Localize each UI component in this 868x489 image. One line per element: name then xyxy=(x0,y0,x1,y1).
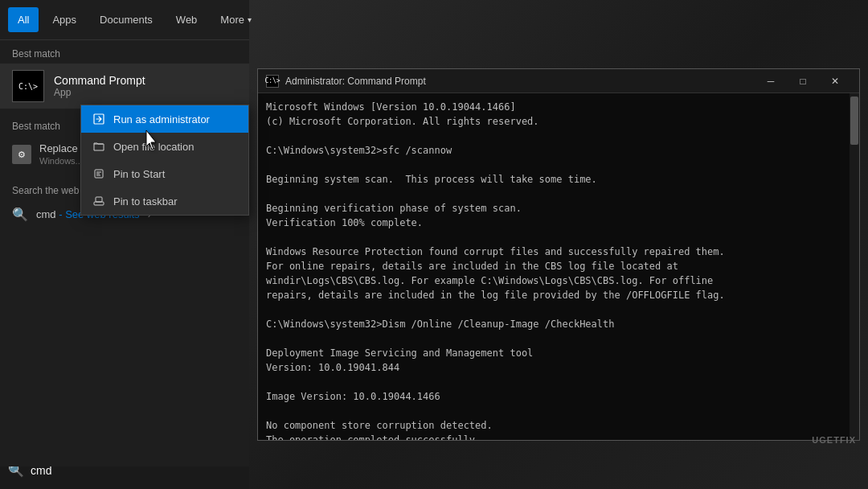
cmd-title-icon: C:\> xyxy=(266,75,279,88)
cmd-app-type: App xyxy=(54,87,145,98)
cmd-content: Microsoft Windows [Version 10.0.19044.14… xyxy=(258,93,859,440)
settings-icon: ⚙ xyxy=(12,145,31,164)
cmd-scrollbar[interactable] xyxy=(850,93,859,440)
open-location-label: Open file location xyxy=(113,141,194,153)
context-menu-pin-start[interactable]: Pin to Start xyxy=(81,160,248,187)
cmd-title-text: Administrator: Command Prompt xyxy=(285,76,748,87)
scrollbar-thumb[interactable] xyxy=(850,97,858,145)
watermark: UGETFIX xyxy=(812,435,856,445)
cmd-titlebar: C:\> Administrator: Command Prompt ─ □ ✕ xyxy=(258,69,859,93)
context-menu-open-location[interactable]: Open file location xyxy=(81,133,248,160)
tabs-row: All Apps Documents Web More ▾ xyxy=(0,0,249,40)
tab-all[interactable]: All xyxy=(8,7,39,32)
context-menu-run-admin[interactable]: Run as administrator xyxy=(81,105,248,133)
tab-documents[interactable]: Documents xyxy=(90,7,162,32)
context-menu: Run as administrator Open file location xyxy=(80,105,249,216)
pin-start-label: Pin to Start xyxy=(113,168,165,180)
tab-more[interactable]: More ▾ xyxy=(211,7,261,32)
pin-start-icon xyxy=(92,167,105,180)
cmd-app-icon: C:\> xyxy=(12,70,44,102)
cmd-app-name: Command Prompt xyxy=(54,74,145,87)
run-admin-icon xyxy=(92,113,105,125)
tab-web[interactable]: Web xyxy=(166,7,207,32)
search-icon: 🔍 xyxy=(12,207,28,222)
run-admin-label: Run as administrator xyxy=(113,113,210,125)
best-match-label: Best match xyxy=(0,40,249,64)
minimize-button[interactable]: ─ xyxy=(755,69,787,93)
cmd-output: Microsoft Windows [Version 10.0.19044.14… xyxy=(266,100,851,440)
svg-rect-5 xyxy=(94,202,104,205)
start-panel: All Apps Documents Web More ▾ Best match… xyxy=(0,0,249,466)
command-prompt-result[interactable]: C:\> Command Prompt App xyxy=(0,64,249,109)
pin-taskbar-icon xyxy=(92,195,105,208)
context-menu-pin-taskbar[interactable]: Pin to taskbar xyxy=(81,187,248,215)
cmd-window-controls: ─ □ ✕ xyxy=(755,69,851,93)
cmd-window: C:\> Administrator: Command Prompt ─ □ ✕… xyxy=(257,68,860,441)
svg-rect-6 xyxy=(96,197,102,202)
chevron-down-icon: ▾ xyxy=(248,15,252,24)
folder-icon xyxy=(92,140,105,153)
close-button[interactable]: ✕ xyxy=(819,69,851,93)
pin-taskbar-label: Pin to taskbar xyxy=(113,195,178,208)
desktop: All Apps Documents Web More ▾ Best match… xyxy=(0,0,868,489)
maximize-button[interactable]: □ xyxy=(787,69,819,93)
tab-apps[interactable]: Apps xyxy=(43,7,86,32)
cmd-app-info: Command Prompt App xyxy=(54,74,145,98)
